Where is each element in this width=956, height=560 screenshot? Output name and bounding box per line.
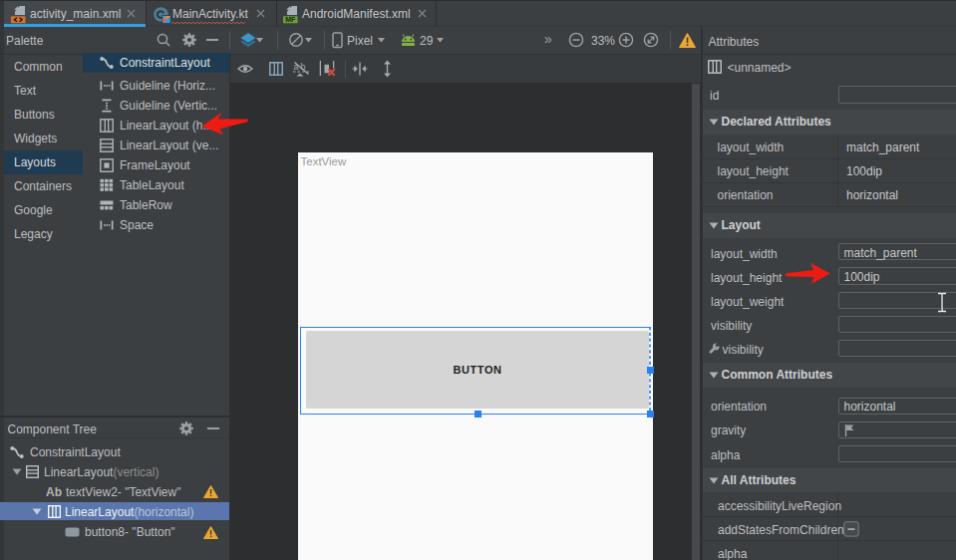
svg-text:MF: MF — [285, 16, 296, 23]
